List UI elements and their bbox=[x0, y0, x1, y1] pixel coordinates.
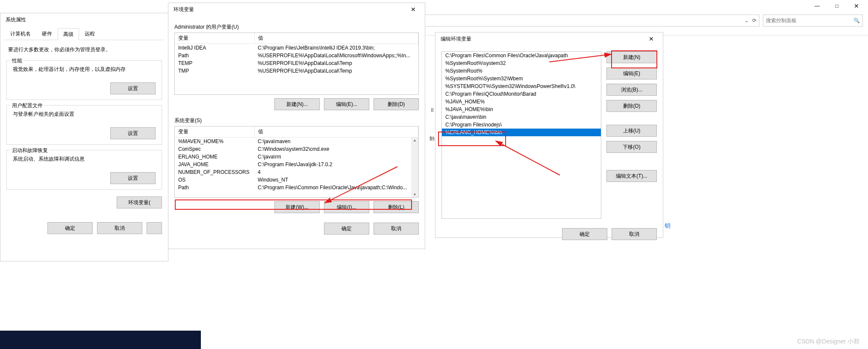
user-profiles-settings-button[interactable]: 设置 bbox=[110, 127, 156, 139]
tab-strip: 计算机名 硬件 高级 远程 bbox=[5, 28, 164, 40]
startup-settings-button[interactable]: 设置 bbox=[110, 172, 156, 184]
table-row[interactable]: PathC:\Program Files\Common Files\Oracle… bbox=[175, 184, 418, 191]
system-vars-label: 系统变量(S) bbox=[174, 117, 419, 124]
ok-button[interactable]: 确定 bbox=[47, 222, 93, 234]
group-legend: 用户配置文件 bbox=[10, 102, 44, 109]
table-row[interactable]: OSWindows_NT bbox=[175, 176, 418, 184]
user-delete-button[interactable]: 删除(D) bbox=[374, 98, 419, 110]
apply-button[interactable] bbox=[147, 222, 162, 234]
list-item[interactable]: %JAVA_HOME%\bin bbox=[442, 106, 601, 113]
scrollbar[interactable]: ▲▼ bbox=[411, 138, 418, 197]
list-item[interactable]: %SystemRoot% bbox=[442, 67, 601, 75]
col-variable[interactable]: 变量 bbox=[175, 126, 255, 137]
close-button[interactable]: ✕ bbox=[403, 3, 423, 16]
list-item[interactable]: C:\java\maven\bin bbox=[442, 113, 601, 121]
startup-recovery-group: 启动和故障恢复 系统启动、系统故障和调试信息 设置 bbox=[6, 150, 162, 190]
watermark: CSDN @Designer 小郑 bbox=[797, 338, 859, 346]
system-new-button[interactable]: 新建(W)... bbox=[274, 201, 320, 213]
taskbar bbox=[0, 331, 201, 349]
environment-variables-dialog: 环境变量 ✕ Administrator 的用户变量(U) 变量 值 Intel… bbox=[168, 3, 425, 249]
table-row[interactable]: NUMBER_OF_PROCESSORS4 bbox=[175, 168, 418, 176]
performance-settings-button[interactable]: 设置 bbox=[110, 82, 156, 94]
dropdown-icon[interactable]: ⌄ bbox=[744, 18, 749, 23]
group-legend: 启动和故障恢复 bbox=[10, 147, 50, 154]
user-edit-button[interactable]: 编辑(E)... bbox=[324, 98, 369, 110]
table-row[interactable]: IntelliJ IDEAC:\Program Files\JetBrains\… bbox=[175, 44, 418, 52]
list-item[interactable]: C:\Program Files\QCloud\Monitor\Barad bbox=[442, 90, 601, 98]
cancel-button[interactable]: 取消 bbox=[612, 228, 657, 240]
group-text: 与登录帐户相关的桌面设置 bbox=[13, 111, 156, 118]
user-vars-label: Administrator 的用户变量(U) bbox=[174, 23, 419, 31]
col-value[interactable]: 值 bbox=[255, 126, 418, 137]
table-row[interactable]: JAVA_HOMEC:\Program Files\Java\jdk-17.0.… bbox=[175, 161, 418, 168]
delete-button[interactable]: 删除(D) bbox=[606, 100, 657, 112]
user-vars-table[interactable]: 变量 值 IntelliJ IDEAC:\Program Files\JetBr… bbox=[174, 32, 419, 95]
stray-text: 触 bbox=[430, 135, 435, 142]
table-row[interactable]: TMP%USERPROFILE%\AppData\Local\Temp bbox=[175, 67, 418, 75]
edit-text-button[interactable]: 编辑文本(T)... bbox=[606, 170, 657, 182]
list-item[interactable]: %SystemRoot%\system32 bbox=[442, 59, 601, 67]
system-vars-table[interactable]: 变量 值 %MAVEN_HOME%C:\java\mavenComSpecC:\… bbox=[174, 126, 419, 198]
path-list[interactable]: C:\Program Files\Common Files\Oracle\Jav… bbox=[441, 51, 601, 219]
list-item[interactable]: %SystemRoot%\System32\Wbem bbox=[442, 75, 601, 82]
search-icon: 🔍 bbox=[853, 18, 860, 23]
edit-button[interactable]: 编辑(E) bbox=[606, 67, 657, 79]
system-edit-button[interactable]: 编辑(I)... bbox=[324, 201, 369, 213]
ok-button[interactable]: 确定 bbox=[324, 223, 369, 235]
maximize-button[interactable]: □ bbox=[827, 0, 847, 12]
table-row[interactable]: %MAVEN_HOME%C:\java\maven bbox=[175, 138, 418, 145]
group-legend: 性能 bbox=[10, 57, 24, 65]
list-item[interactable]: %ERLANG_HOME%\bin bbox=[442, 129, 601, 136]
list-item[interactable]: C:\Program Files\Common Files\Oracle\Jav… bbox=[442, 52, 601, 59]
dialog-title: 编辑环境变量 bbox=[441, 35, 471, 43]
system-properties-dialog: 系统属性 计算机名 硬件 高级 远程 要进行大多数更改，你必须作为管理员登录。 … bbox=[0, 13, 168, 261]
stray-text: 8 bbox=[431, 107, 434, 113]
search-input[interactable]: 搜索控制面板 🔍 bbox=[763, 15, 863, 26]
list-item[interactable]: C:\Program Files\nodejs\ bbox=[442, 121, 601, 129]
user-profiles-group: 用户配置文件 与登录帐户相关的桌面设置 设置 bbox=[6, 105, 162, 145]
dialog-title: 环境变量 bbox=[174, 6, 194, 13]
tab-hardware[interactable]: 硬件 bbox=[36, 28, 58, 40]
group-text: 系统启动、系统故障和调试信息 bbox=[13, 155, 156, 163]
tab-remote[interactable]: 远程 bbox=[79, 28, 100, 40]
dialog-title: 系统属性 bbox=[6, 16, 26, 23]
table-row[interactable]: Path%USERPROFILE%\AppData\Local\Microsof… bbox=[175, 52, 418, 59]
list-item[interactable]: %SYSTEMROOT%\System32\WindowsPowerShell\… bbox=[442, 82, 601, 90]
admin-note: 要进行大多数更改，你必须作为管理员登录。 bbox=[0, 40, 168, 55]
move-down-button[interactable]: 下移(O) bbox=[606, 141, 657, 153]
group-text: 视觉效果，处理器计划，内存使用，以及虚拟内存 bbox=[13, 66, 156, 73]
list-item[interactable]: %JAVA_HOME% bbox=[442, 98, 601, 106]
edit-environment-variable-dialog: 编辑环境变量 ✕ C:\Program Files\Common Files\O… bbox=[435, 32, 663, 238]
tab-advanced[interactable]: 高级 bbox=[58, 28, 79, 40]
close-button[interactable]: ✕ bbox=[847, 0, 866, 12]
search-placeholder: 搜索控制面板 bbox=[766, 17, 797, 24]
env-variables-button[interactable]: 环境变量( bbox=[117, 196, 162, 208]
table-row[interactable]: ERLANG_HOMEC:\java\rm bbox=[175, 153, 418, 161]
close-button[interactable]: ✕ bbox=[641, 32, 661, 45]
move-up-button[interactable]: 上移(U) bbox=[606, 125, 657, 137]
system-delete-button[interactable]: 删除(L) bbox=[374, 201, 419, 213]
minimize-button[interactable]: — bbox=[807, 0, 827, 12]
refresh-icon[interactable]: ⟳ bbox=[752, 18, 756, 23]
performance-group: 性能 视觉效果，处理器计划，内存使用，以及虚拟内存 设置 bbox=[6, 60, 162, 100]
tab-computer-name[interactable]: 计算机名 bbox=[5, 28, 36, 40]
side-text: 钥 bbox=[665, 222, 671, 230]
cancel-button[interactable]: 取消 bbox=[374, 223, 419, 235]
table-row[interactable]: TEMP%USERPROFILE%\AppData\Local\Temp bbox=[175, 59, 418, 67]
col-variable[interactable]: 变量 bbox=[175, 33, 255, 44]
col-value[interactable]: 值 bbox=[255, 33, 418, 44]
browse-button[interactable]: 浏览(B)... bbox=[606, 84, 657, 96]
user-new-button[interactable]: 新建(N)... bbox=[274, 98, 320, 110]
cancel-button[interactable]: 取消 bbox=[97, 222, 142, 234]
new-button[interactable]: 新建(N) bbox=[606, 51, 657, 63]
ok-button[interactable]: 确定 bbox=[562, 228, 607, 240]
table-row[interactable]: ComSpecC:\Windows\system32\cmd.exe bbox=[175, 145, 418, 153]
